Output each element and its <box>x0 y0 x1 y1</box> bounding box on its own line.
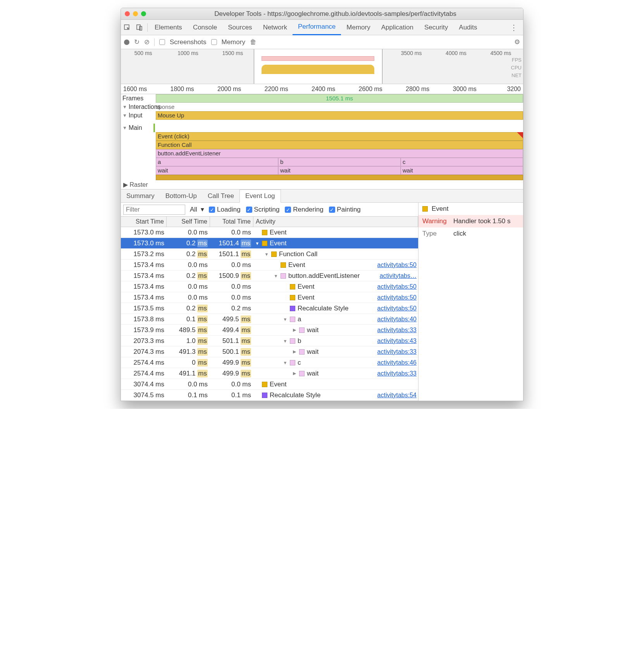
tab-application[interactable]: Application <box>376 20 419 35</box>
tab-performance[interactable]: Performance <box>293 20 341 35</box>
source-link[interactable]: activitytabs:46 <box>377 359 417 366</box>
source-link[interactable]: activitytabs:33 <box>377 327 417 334</box>
track-input-label[interactable]: ▼Input <box>121 111 156 120</box>
b-bar[interactable]: b <box>278 158 401 166</box>
main-thread-indicator <box>153 124 155 132</box>
track-main-label[interactable]: ▼Main <box>121 124 156 132</box>
tab-elements[interactable]: Elements <box>149 20 188 35</box>
inspect-icon[interactable] <box>121 20 133 35</box>
overview-right-labels: FPS CPU NET <box>511 56 522 79</box>
track-raster-label[interactable]: ▶ Raster <box>121 180 523 189</box>
event-log-row[interactable]: 1573.4 ms0.2 ms1500.9 ms▼ button.addEven… <box>121 270 418 281</box>
wait-bar[interactable]: wait <box>401 166 523 175</box>
titlebar: Developer Tools - https://googlechrome.g… <box>121 8 523 20</box>
event-log-row[interactable]: 1573.0 ms0.0 ms0.0 ms Event <box>121 227 418 238</box>
source-link[interactable]: activitytabs:50 <box>377 283 417 290</box>
event-log-row[interactable]: 1573.8 ms0.1 ms499.5 ms▼ aactivitytabs:4… <box>121 314 418 325</box>
flame-chart[interactable]: Frames 1505.1 ms ▼Interactions sponse ▼I… <box>121 94 523 190</box>
reload-icon[interactable]: ↻ <box>134 38 139 46</box>
timeline-overview[interactable]: 500 ms1000 ms1500 ms2000 ms2500 ms3000 m… <box>121 49 523 84</box>
detail-tab-summary[interactable]: Summary <box>121 190 160 203</box>
memory-checkbox[interactable] <box>211 39 217 45</box>
screenshots-checkbox[interactable] <box>159 39 165 45</box>
event-log-row[interactable]: 1573.4 ms0.0 ms0.0 ms Eventactivitytabs:… <box>121 281 418 292</box>
activity-swatch-icon <box>281 262 286 268</box>
event-log-row[interactable]: 2574.4 ms491.1 ms499.9 ms▶ waitactivityt… <box>121 368 418 379</box>
device-icon[interactable] <box>133 20 146 35</box>
detail-tabs: SummaryBottom-UpCall TreeEvent Log <box>121 190 523 203</box>
tab-audits[interactable]: Audits <box>453 20 482 35</box>
event-log-row[interactable]: 3074.5 ms0.1 ms0.1 ms Recalculate Stylea… <box>121 390 418 401</box>
tab-network[interactable]: Network <box>258 20 293 35</box>
tab-console[interactable]: Console <box>188 20 222 35</box>
source-link[interactable]: activitytabs:33 <box>377 370 417 377</box>
wait-bar[interactable]: wait <box>278 166 401 175</box>
activity-swatch-icon <box>290 306 295 311</box>
tab-memory[interactable]: Memory <box>341 20 375 35</box>
filter-cat-loading[interactable]: ✓ Loading <box>209 206 240 214</box>
detail-tab-call-tree[interactable]: Call Tree <box>202 190 239 203</box>
activity-swatch-icon <box>271 252 277 257</box>
filter-cat-scripting[interactable]: ✓ Scripting <box>246 206 280 214</box>
source-link[interactable]: activitytabs:43 <box>377 338 417 345</box>
activity-swatch-icon <box>290 284 295 289</box>
event-log-row[interactable]: 1573.0 ms0.2 ms1501.4 ms▼ Event <box>121 238 418 249</box>
activity-swatch-icon <box>290 338 295 344</box>
event-log-row[interactable]: 1573.4 ms0.0 ms0.0 ms Eventactivitytabs:… <box>121 260 418 270</box>
activity-swatch-icon <box>262 230 267 235</box>
listener-bar[interactable]: button.addEventListener <box>156 149 523 158</box>
detail-tab-bottom-up[interactable]: Bottom-Up <box>160 190 202 203</box>
filter-cat-rendering[interactable]: ✓ Rendering <box>285 206 323 214</box>
record-icon[interactable] <box>124 40 129 45</box>
event-log-row[interactable]: 1573.4 ms0.0 ms0.0 ms Eventactivitytabs:… <box>121 292 418 303</box>
filter-all[interactable]: All ▾ <box>190 205 204 214</box>
wait-bar[interactable]: wait <box>156 166 278 175</box>
event-log-row[interactable]: 2074.3 ms491.3 ms500.1 ms▶ waitactivityt… <box>121 346 418 357</box>
warning-text: Handler took 1.50 s <box>453 217 510 225</box>
kebab-icon[interactable]: ⋮ <box>505 23 523 32</box>
source-link[interactable]: activitytabs:50 <box>377 294 417 301</box>
tab-security[interactable]: Security <box>419 20 453 35</box>
zoom-icon[interactable] <box>141 11 146 16</box>
screenshots-label: Screenshots <box>170 38 207 46</box>
event-log-row[interactable]: 1573.9 ms489.5 ms499.4 ms▶ waitactivityt… <box>121 325 418 336</box>
tab-sources[interactable]: Sources <box>222 20 257 35</box>
close-icon[interactable] <box>125 11 130 16</box>
track-interactions-label[interactable]: ▼Interactions <box>121 103 156 111</box>
event-details-panel: Event Warning Handler took 1.50 s Type c… <box>418 203 523 401</box>
source-link[interactable]: activitytabs:33 <box>377 348 417 355</box>
activity-swatch-icon <box>299 349 305 355</box>
event-click-bar[interactable]: Event (click) <box>156 132 523 141</box>
gear-icon[interactable]: ⚙ <box>514 38 520 46</box>
frames-bar[interactable]: 1505.1 ms <box>156 94 523 103</box>
a-bar[interactable]: a <box>156 158 278 166</box>
minor-gc-bar[interactable] <box>156 175 523 180</box>
minimize-icon[interactable] <box>133 11 138 16</box>
detail-tab-event-log[interactable]: Event Log <box>239 190 281 203</box>
filter-cat-painting[interactable]: ✓ Painting <box>329 206 361 214</box>
source-link[interactable]: activitytabs:54 <box>377 392 417 399</box>
event-log-row[interactable]: 2073.3 ms1.0 ms501.1 ms▼ bactivitytabs:4… <box>121 336 418 346</box>
function-call-bar[interactable]: Function Call <box>156 141 523 149</box>
activity-swatch-icon <box>299 371 305 376</box>
memory-label: Memory <box>222 38 245 46</box>
event-log-row[interactable]: 3074.4 ms0.0 ms0.0 ms Event <box>121 379 418 390</box>
source-link[interactable]: activitytabs:50 <box>377 305 417 312</box>
event-swatch-icon <box>422 206 428 212</box>
event-log-row[interactable]: 1573.5 ms0.2 ms0.2 ms Recalculate Stylea… <box>121 303 418 314</box>
c-bar[interactable]: c <box>401 158 523 166</box>
clear-icon[interactable]: ⊘ <box>144 38 150 46</box>
activity-swatch-icon <box>262 393 267 398</box>
event-log-row[interactable]: 1573.2 ms0.2 ms1501.1 ms▼ Function Call <box>121 249 418 260</box>
source-link[interactable]: activitytabs… <box>380 272 417 279</box>
traffic-lights <box>125 11 146 16</box>
source-link[interactable]: activitytabs:40 <box>377 316 417 323</box>
trash-icon[interactable]: 🗑 <box>250 38 257 46</box>
event-log-row[interactable]: 2574.4 ms0 ms499.9 ms▼ cactivitytabs:46 <box>121 357 418 368</box>
input-bar[interactable]: Mouse Up <box>156 111 523 120</box>
source-link[interactable]: activitytabs:50 <box>377 262 417 269</box>
type-value: click <box>453 230 466 238</box>
overview-frames-bar <box>262 56 374 61</box>
activity-swatch-icon <box>299 327 305 333</box>
filter-input[interactable] <box>123 205 185 215</box>
